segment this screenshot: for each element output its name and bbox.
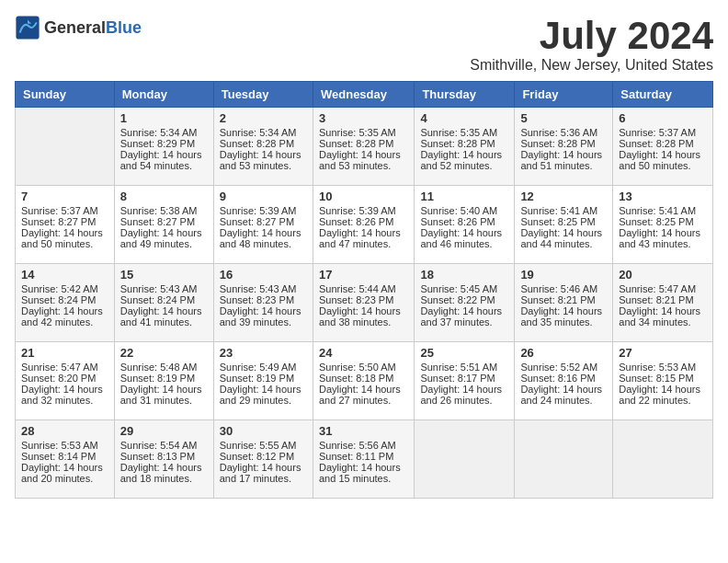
- day-number: 5: [520, 111, 607, 125]
- table-row: 18Sunrise: 5:45 AMSunset: 8:22 PMDayligh…: [415, 264, 515, 342]
- svg-rect-0: [16, 16, 39, 39]
- table-row: 1Sunrise: 5:34 AMSunset: 8:29 PMDaylight…: [114, 108, 213, 186]
- header-thursday: Thursday: [415, 82, 515, 108]
- daylight-text: Daylight: 14 hours and 41 minutes.: [120, 305, 202, 327]
- day-number: 9: [220, 190, 307, 203]
- calendar-table: Sunday Monday Tuesday Wednesday Thursday…: [15, 81, 713, 499]
- daylight-text: Daylight: 14 hours and 24 minutes.: [520, 384, 602, 406]
- header-tuesday: Tuesday: [213, 82, 313, 108]
- sunset-text: Sunset: 8:28 PM: [619, 138, 693, 149]
- sunset-text: Sunset: 8:27 PM: [120, 216, 195, 227]
- daylight-text: Daylight: 14 hours and 51 minutes.: [520, 149, 602, 171]
- daylight-text: Daylight: 14 hours and 17 minutes.: [220, 462, 301, 484]
- daylight-text: Daylight: 14 hours and 27 minutes.: [319, 384, 401, 406]
- daylight-text: Daylight: 14 hours and 37 minutes.: [420, 305, 502, 327]
- table-row: 16Sunrise: 5:43 AMSunset: 8:23 PMDayligh…: [213, 264, 313, 342]
- day-number: 25: [420, 346, 508, 360]
- sunrise-text: Sunrise: 5:48 AM: [120, 362, 198, 373]
- logo-text: GeneralBlue: [44, 18, 142, 38]
- day-number: 1: [120, 111, 208, 125]
- header-sunday: Sunday: [16, 82, 115, 108]
- table-row: 21Sunrise: 5:47 AMSunset: 8:20 PMDayligh…: [16, 342, 115, 420]
- daylight-text: Daylight: 14 hours and 32 minutes.: [21, 384, 103, 406]
- calendar-body: 1Sunrise: 5:34 AMSunset: 8:29 PMDaylight…: [16, 108, 713, 499]
- sunset-text: Sunset: 8:26 PM: [319, 216, 393, 227]
- sunset-text: Sunset: 8:24 PM: [120, 294, 195, 305]
- daylight-text: Daylight: 14 hours and 49 minutes.: [120, 227, 202, 249]
- header-saturday: Saturday: [613, 82, 713, 108]
- sunset-text: Sunset: 8:20 PM: [21, 373, 96, 384]
- daylight-text: Daylight: 14 hours and 44 minutes.: [520, 227, 602, 249]
- day-number: 15: [120, 268, 208, 282]
- title-area: July 2024 Smithville, New Jersey, United…: [470, 15, 713, 74]
- day-number: 7: [21, 190, 108, 203]
- sunrise-text: Sunrise: 5:50 AM: [319, 362, 396, 373]
- daylight-text: Daylight: 14 hours and 22 minutes.: [619, 384, 700, 406]
- sunrise-text: Sunrise: 5:54 AM: [120, 440, 198, 451]
- sunrise-text: Sunrise: 5:52 AM: [520, 362, 597, 373]
- day-number: 4: [420, 111, 508, 125]
- sunrise-text: Sunrise: 5:55 AM: [220, 440, 297, 451]
- day-number: 20: [619, 268, 707, 282]
- daylight-text: Daylight: 14 hours and 38 minutes.: [319, 305, 401, 327]
- sunrise-text: Sunrise: 5:53 AM: [619, 362, 696, 373]
- logo: GeneralBlue: [15, 15, 142, 40]
- sunrise-text: Sunrise: 5:37 AM: [619, 127, 696, 138]
- table-row: 29Sunrise: 5:54 AMSunset: 8:13 PMDayligh…: [114, 420, 213, 499]
- day-number: 19: [520, 268, 607, 282]
- sunrise-text: Sunrise: 5:38 AM: [120, 205, 198, 216]
- day-number: 10: [319, 190, 408, 203]
- sunrise-text: Sunrise: 5:41 AM: [520, 205, 597, 216]
- table-row: 9Sunrise: 5:39 AMSunset: 8:27 PMDaylight…: [213, 186, 313, 264]
- daylight-text: Daylight: 14 hours and 50 minutes.: [619, 149, 700, 171]
- table-row: 22Sunrise: 5:48 AMSunset: 8:19 PMDayligh…: [114, 342, 213, 420]
- table-row: 24Sunrise: 5:50 AMSunset: 8:18 PMDayligh…: [313, 342, 414, 420]
- daylight-text: Daylight: 14 hours and 47 minutes.: [319, 227, 401, 249]
- sunset-text: Sunset: 8:28 PM: [520, 138, 595, 149]
- day-number: 6: [619, 111, 707, 125]
- table-row: 4Sunrise: 5:35 AMSunset: 8:28 PMDaylight…: [415, 108, 515, 186]
- table-row: 14Sunrise: 5:42 AMSunset: 8:24 PMDayligh…: [16, 264, 115, 342]
- sunrise-text: Sunrise: 5:42 AM: [21, 283, 98, 294]
- table-row: [16, 108, 115, 186]
- sunrise-text: Sunrise: 5:39 AM: [319, 205, 396, 216]
- daylight-text: Daylight: 14 hours and 48 minutes.: [220, 227, 301, 249]
- table-row: [415, 420, 515, 499]
- sunset-text: Sunset: 8:29 PM: [120, 138, 195, 149]
- day-number: 27: [619, 346, 707, 360]
- day-number: 12: [520, 190, 607, 203]
- table-row: 12Sunrise: 5:41 AMSunset: 8:25 PMDayligh…: [515, 186, 613, 264]
- day-number: 22: [120, 346, 208, 360]
- table-row: 7Sunrise: 5:37 AMSunset: 8:27 PMDaylight…: [16, 186, 115, 264]
- table-row: [613, 420, 713, 499]
- day-number: 26: [520, 346, 607, 360]
- table-row: 11Sunrise: 5:40 AMSunset: 8:26 PMDayligh…: [415, 186, 515, 264]
- location-title: Smithville, New Jersey, United States: [470, 57, 713, 74]
- daylight-text: Daylight: 14 hours and 31 minutes.: [120, 384, 202, 406]
- daylight-text: Daylight: 14 hours and 52 minutes.: [420, 149, 502, 171]
- calendar-header: Sunday Monday Tuesday Wednesday Thursday…: [16, 82, 713, 108]
- day-number: 24: [319, 346, 408, 360]
- sunrise-text: Sunrise: 5:49 AM: [220, 362, 297, 373]
- sunset-text: Sunset: 8:19 PM: [220, 373, 294, 384]
- sunset-text: Sunset: 8:22 PM: [420, 294, 495, 305]
- table-row: 23Sunrise: 5:49 AMSunset: 8:19 PMDayligh…: [213, 342, 313, 420]
- day-number: 13: [619, 190, 707, 203]
- sunrise-text: Sunrise: 5:51 AM: [420, 362, 497, 373]
- day-number: 18: [420, 268, 508, 282]
- sunset-text: Sunset: 8:15 PM: [619, 373, 693, 384]
- sunset-text: Sunset: 8:19 PM: [120, 373, 195, 384]
- sunset-text: Sunset: 8:23 PM: [220, 294, 294, 305]
- sunset-text: Sunset: 8:28 PM: [220, 138, 294, 149]
- day-number: 11: [420, 190, 508, 203]
- day-number: 30: [220, 424, 307, 438]
- daylight-text: Daylight: 14 hours and 54 minutes.: [120, 149, 202, 171]
- day-number: 28: [21, 424, 108, 438]
- sunset-text: Sunset: 8:23 PM: [319, 294, 393, 305]
- day-number: 2: [220, 111, 307, 125]
- day-number: 21: [21, 346, 108, 360]
- sunrise-text: Sunrise: 5:44 AM: [319, 283, 396, 294]
- sunset-text: Sunset: 8:26 PM: [420, 216, 495, 227]
- table-row: 15Sunrise: 5:43 AMSunset: 8:24 PMDayligh…: [114, 264, 213, 342]
- sunset-text: Sunset: 8:27 PM: [220, 216, 294, 227]
